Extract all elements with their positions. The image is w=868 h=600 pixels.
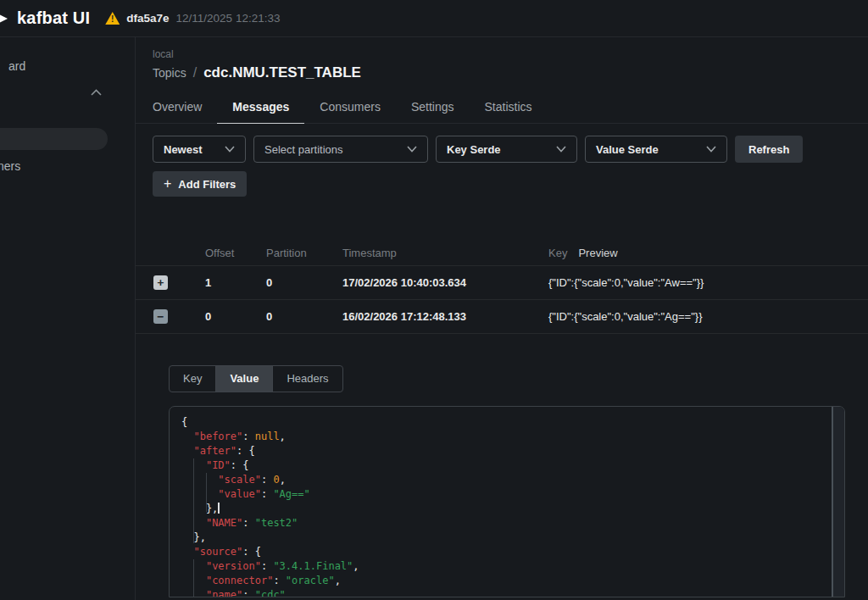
add-filters-label: Add Filters xyxy=(178,178,236,191)
code-line: "after": { xyxy=(181,444,844,458)
refresh-button[interactable]: Refresh xyxy=(735,136,803,163)
version-warning[interactable]: ! dfa5a7e 12/11/2025 12:21:33 xyxy=(105,12,280,25)
chevron-down-icon xyxy=(706,146,716,153)
table-row[interactable]: −0016/02/2026 17:12:48.133{"ID":{"scale"… xyxy=(136,300,868,334)
table-row[interactable]: +1017/02/2026 10:40:03.634{"ID":{"scale"… xyxy=(136,266,868,300)
select-label: Newest xyxy=(164,143,203,156)
row-key: {"ID":{"scale":0,"value":"Aw=="}} xyxy=(548,276,868,289)
main-content: local Topics / cdc.NMU.TEST_TABLE Overvi… xyxy=(136,37,868,600)
expand-row-button[interactable]: + xyxy=(153,275,168,290)
select-select-partitions[interactable]: Select partitions xyxy=(253,136,428,163)
select-label: Select partitions xyxy=(264,143,343,156)
filter-bar: NewestSelect partitionsKey SerdeValue Se… xyxy=(153,136,868,163)
row-key: {"ID":{"scale":0,"value":"Ag=="}} xyxy=(548,310,868,323)
row-offset: 0 xyxy=(205,310,266,323)
build-timestamp: 12/11/2025 12:21:33 xyxy=(176,12,281,25)
brand-arrow-icon xyxy=(0,12,9,28)
breadcrumb-topics-link[interactable]: Topics xyxy=(153,66,186,80)
code-line: }, xyxy=(181,531,844,545)
chevron-down-icon xyxy=(556,146,566,153)
select-label: Value Serde xyxy=(596,143,659,156)
key-preview-link[interactable]: Preview xyxy=(578,247,617,259)
commit-hash: dfa5a7e xyxy=(126,12,169,25)
code-line: }, xyxy=(181,502,844,516)
select-key-serde[interactable]: Key Serde xyxy=(436,136,577,163)
table-header-row: Offset Partition Timestamp Key Preview xyxy=(136,240,868,266)
collapse-row-button[interactable]: − xyxy=(153,309,168,324)
tab-consumers[interactable]: Consumers xyxy=(304,92,396,124)
code-line: "scale": 0, xyxy=(181,473,844,487)
chevron-down-icon xyxy=(407,146,417,153)
code-line: "name": "cdc", xyxy=(181,588,844,597)
row-offset: 1 xyxy=(205,276,266,289)
header-offset: Offset xyxy=(205,247,266,259)
code-line: "NAME": "test2" xyxy=(181,516,844,531)
plus-icon: + xyxy=(164,176,171,192)
messages-table: Offset Partition Timestamp Key Preview +… xyxy=(136,240,868,334)
select-label: Key Serde xyxy=(447,143,501,156)
topic-tabs: OverviewMessagesConsumersSettingsStatist… xyxy=(136,92,868,124)
header-timestamp: Timestamp xyxy=(342,247,548,259)
tab-messages[interactable]: Messages xyxy=(217,92,304,124)
warning-triangle-icon: ! xyxy=(105,12,120,25)
row-timestamp: 17/02/2026 10:40:03.634 xyxy=(342,276,548,289)
json-code: { "before": null, "after": { "ID": { "sc… xyxy=(170,407,844,597)
code-line: "source": { xyxy=(181,545,844,559)
code-line: "ID": { xyxy=(181,458,844,473)
code-line: "before": null, xyxy=(181,430,844,444)
sidebar-item-selected[interactable] xyxy=(0,128,108,150)
tab-settings[interactable]: Settings xyxy=(396,92,470,124)
tab-overview[interactable]: Overview xyxy=(153,92,217,124)
code-line: { xyxy=(181,415,844,430)
code-line: "connector": "oracle", xyxy=(181,574,844,588)
message-detail-tabs: KeyValueHeaders xyxy=(169,365,343,392)
code-line: "value": "Ag==" xyxy=(181,487,844,502)
filter-selects: NewestSelect partitionsKey SerdeValue Se… xyxy=(153,136,727,163)
chevron-down-icon xyxy=(225,146,235,153)
message-value-viewer[interactable]: { "before": null, "after": { "ID": { "sc… xyxy=(169,406,845,597)
chevron-up-icon[interactable] xyxy=(91,86,102,98)
tab-statistics[interactable]: Statistics xyxy=(469,92,547,124)
sidebar: ard ners xyxy=(0,37,136,600)
select-newest[interactable]: Newest xyxy=(153,136,246,163)
top-bar: kafbat UI ! dfa5a7e 12/11/2025 12:21:33 xyxy=(0,0,868,37)
detail-tab-key[interactable]: Key xyxy=(170,366,215,392)
header-partition: Partition xyxy=(266,247,342,259)
add-filters-button[interactable]: + Add Filters xyxy=(153,171,247,197)
detail-tab-headers[interactable]: Headers xyxy=(272,366,342,392)
row-timestamp: 16/02/2026 17:12:48.133 xyxy=(342,310,548,323)
breadcrumb-separator: / xyxy=(193,65,197,81)
row-partition: 0 xyxy=(266,276,342,289)
breadcrumb: local Topics / cdc.NMU.TEST_TABLE xyxy=(136,37,868,81)
cluster-name: local xyxy=(153,48,868,60)
code-line: "version": "3.4.1.Final", xyxy=(181,559,844,574)
detail-tab-value[interactable]: Value xyxy=(215,366,272,392)
row-partition: 0 xyxy=(266,310,342,323)
header-key: Key xyxy=(548,247,567,259)
page-title: cdc.NMU.TEST_TABLE xyxy=(203,64,361,81)
select-value-serde[interactable]: Value Serde xyxy=(585,136,727,163)
brand-logo[interactable]: kafbat UI xyxy=(17,8,90,28)
text-cursor xyxy=(218,503,220,514)
table-body: +1017/02/2026 10:40:03.634{"ID":{"scale"… xyxy=(136,266,868,334)
sidebar-item-consumers[interactable]: ners xyxy=(0,159,20,173)
sidebar-item-dashboard[interactable]: ard xyxy=(8,59,25,73)
